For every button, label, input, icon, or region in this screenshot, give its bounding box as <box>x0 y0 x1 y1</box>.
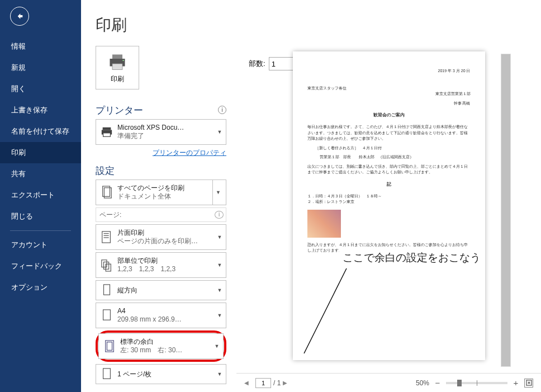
chevron-down-icon: ▼ <box>216 287 224 293</box>
pages-label: ページ: <box>96 210 125 220</box>
nav-options[interactable]: オプション <box>0 277 81 298</box>
doc-from2: 幹事 高橋 <box>307 101 471 107</box>
pps-line1: 1 ページ/枚 <box>117 370 216 379</box>
settings-heading: 設定 <box>96 164 226 177</box>
print-button-label: 印刷 <box>111 74 124 84</box>
sides-selector[interactable]: 片面印刷 ページの片面のみを印刷… ▼ <box>96 224 226 250</box>
svg-rect-14 <box>104 262 109 270</box>
pages-info-icon[interactable]: i <box>215 211 224 219</box>
nav-new[interactable]: 新規 <box>0 57 81 78</box>
doc-rec: 記 <box>307 181 471 188</box>
next-page-button[interactable]: ▶ <box>283 380 292 386</box>
pages-per-sheet-selector[interactable]: 1 ページ/枚 ▼ <box>96 364 226 384</box>
pages-field[interactable]: ページ: i <box>96 207 226 222</box>
zoom-in-button[interactable]: + <box>512 378 520 388</box>
preview-pane: 2019 年 3 月 20 日 東京支店スタッフ各位 東京支店営業第１部 幹事 … <box>236 46 541 392</box>
paper-selector[interactable]: A4 209.98 mm x 296.9… ▼ <box>96 303 226 328</box>
zoom-percent: 50% <box>416 379 429 387</box>
orientation-selector[interactable]: 縦方向 ▼ <box>96 280 226 300</box>
doc-item2: ２．場所：レストラン東京 <box>307 199 471 205</box>
portrait-icon <box>99 282 114 299</box>
print-range-line2: ドキュメント全体 <box>117 192 212 201</box>
zoom-slider[interactable] <box>446 382 507 384</box>
svg-rect-20 <box>103 369 111 379</box>
paper-line1: A4 <box>117 307 216 315</box>
paper-line2: 209.98 mm x 296.9… <box>117 315 216 324</box>
preview-footer: ◀ / 1 ▶ 50% − + <box>236 373 541 392</box>
collate-icon <box>99 257 114 273</box>
doc-sub1: ［新しく着任される方］ ４月１日付 <box>307 145 471 152</box>
arrow-left-icon <box>15 12 24 21</box>
zoom-tick <box>477 380 477 386</box>
margins-highlight: 標準の余白 左: 30 mm 右: 30… ▼ <box>96 330 226 362</box>
collate-line1: 部単位で印刷 <box>117 257 216 265</box>
margins-selector[interactable]: 標準の余白 左: 30 mm 右: 30… ▼ <box>98 333 224 359</box>
page-title: 印刷 <box>81 0 541 46</box>
margins-line2: 左: 30 mm 右: 30… <box>120 346 213 355</box>
svg-rect-4 <box>103 127 111 130</box>
margins-icon <box>102 338 117 355</box>
doc-title: 歓迎会のご案内 <box>307 112 471 119</box>
settings-column: 印刷 プリンター i Microsoft XPS Docu… 準備完了 ▼ プリ… <box>81 46 226 392</box>
pages-input[interactable] <box>125 209 215 221</box>
nav-open[interactable]: 開く <box>0 78 81 100</box>
preview-body[interactable]: 2019 年 3 月 20 日 東京支店スタッフ各位 東京支店営業第１部 幹事 … <box>236 46 541 373</box>
orientation-line1: 縦方向 <box>117 286 216 295</box>
printer-info-icon[interactable]: i <box>218 106 226 114</box>
print-button[interactable]: 印刷 <box>96 46 139 89</box>
nav-print[interactable]: 印刷 <box>0 142 81 163</box>
nav-info[interactable]: 情報 <box>0 36 81 57</box>
print-range-line1: すべてのページを印刷 <box>117 184 212 192</box>
chevron-down-icon: ▼ <box>216 262 224 268</box>
svg-rect-2 <box>112 64 122 70</box>
one-sided-icon <box>99 229 114 245</box>
print-range-selector[interactable]: すべてのページを印刷 ドキュメント全体 ▼ <box>96 180 226 205</box>
paper-icon <box>99 307 114 324</box>
chevron-down-icon: ▼ <box>216 234 224 240</box>
page-total: / 1 <box>273 379 281 387</box>
nav-save-as[interactable]: 名前を付けて保存 <box>0 121 81 142</box>
backstage-sidebar: 情報 新規 開く 上書き保存 名前を付けて保存 印刷 共有 エクスポート 閉じる… <box>0 0 81 392</box>
zoom-handle[interactable] <box>457 380 462 386</box>
printer-heading: プリンター i <box>96 104 226 117</box>
svg-point-3 <box>122 59 124 60</box>
chevron-down-icon: ▼ <box>213 343 221 349</box>
nav-save[interactable]: 上書き保存 <box>0 100 81 121</box>
svg-rect-6 <box>103 133 111 136</box>
main-pane: 印刷 部数: ▲ ▼ 印刷 プリンター i <box>81 0 541 392</box>
svg-rect-0 <box>112 54 122 59</box>
printer-properties-link[interactable]: プリンターのプロパティ <box>96 148 226 158</box>
chevron-down-icon: ▼ <box>216 371 224 377</box>
scroll-thumb[interactable] <box>501 54 510 366</box>
nav-close[interactable]: 閉じる <box>0 206 81 227</box>
printer-status: 準備完了 <box>117 132 216 140</box>
svg-rect-19 <box>107 342 112 351</box>
svg-rect-16 <box>104 285 110 295</box>
collation-selector[interactable]: 部単位で印刷 1,2,3 1,2,3 1,2,3 ▼ <box>96 252 226 278</box>
document-preview: 2019 年 3 月 20 日 東京支店スタッフ各位 東京支店営業第１部 幹事 … <box>293 51 485 360</box>
doc-from1: 東京支店営業第１部 <box>307 91 471 97</box>
nav-feedback[interactable]: フィードバック <box>0 256 81 277</box>
annotation-text: ここで余白の設定をおこなう <box>339 248 484 267</box>
prev-page-button[interactable]: ◀ <box>244 380 253 386</box>
doc-item1: １．日時：４月３日（金曜日） １８時～ <box>307 193 471 200</box>
zoom-out-button[interactable]: − <box>434 378 442 388</box>
page-number-input[interactable] <box>255 378 271 388</box>
doc-body1: 毎日お仕事お疲れ様です。さて、このたび、４月１日付けで関西支店より鈴木部長が着任… <box>307 124 471 142</box>
printer-icon <box>107 52 127 72</box>
collate-line2: 1,2,3 1,2,3 1,2,3 <box>117 265 216 273</box>
nav-export[interactable]: エクスポート <box>0 185 81 206</box>
printer-device-icon <box>99 124 114 140</box>
nav-account[interactable]: アカウント <box>0 234 81 256</box>
printer-name: Microsoft XPS Docu… <box>117 124 216 132</box>
doc-body2: 出欠につきましては、別紙に書き込んで頂き、部内で回覧の上、部ごとにまとめて４月１… <box>307 164 471 176</box>
printer-selector[interactable]: Microsoft XPS Docu… 準備完了 ▼ <box>96 119 226 145</box>
nav-share[interactable]: 共有 <box>0 163 81 185</box>
fit-page-button[interactable] <box>524 379 533 388</box>
svg-rect-17 <box>103 310 111 320</box>
doc-to: 東京支店スタッフ各位 <box>307 86 471 92</box>
preview-scrollbar[interactable] <box>501 54 511 367</box>
back-button[interactable] <box>10 7 29 26</box>
doc-map <box>307 210 341 238</box>
chevron-down-icon: ▼ <box>216 313 224 318</box>
